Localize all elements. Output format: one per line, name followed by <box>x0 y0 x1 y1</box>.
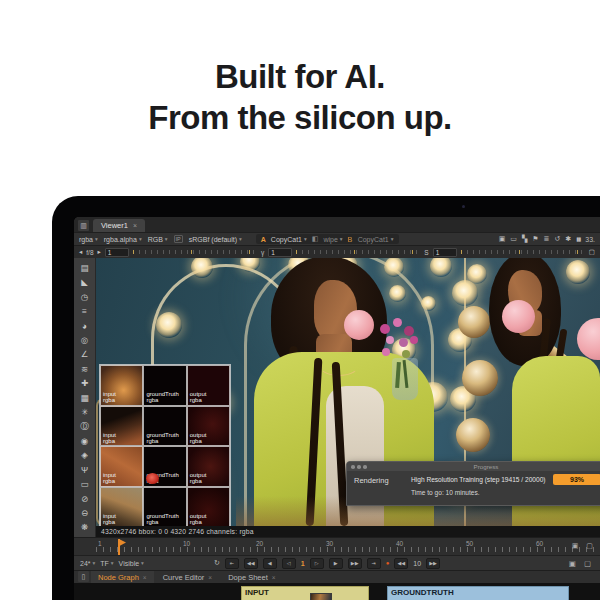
bottom-tab-strip: ▯ Node Graph× Curve Editor× Dope Sheet× <box>74 570 600 583</box>
refresh-icon[interactable]: ↺ <box>554 235 560 243</box>
gamma-value[interactable]: 1 <box>268 248 292 257</box>
tab-dope-sheet[interactable]: Dope Sheet× <box>221 571 282 583</box>
ab-compare-group: A CopyCat1▾ ◧ wipe▾ B CopyCat1▾ <box>256 234 399 244</box>
gain-right-arrow-icon[interactable]: ▸ <box>98 248 101 256</box>
progress-task: Rendering <box>354 476 389 485</box>
tab-viewer1-label: Viewer1 <box>101 221 128 230</box>
progress-titlebar[interactable]: Progress <box>347 462 600 471</box>
timeline[interactable]: 1 10 20 30 40 50 60 ▣ ▢ <box>74 537 600 555</box>
tab-node-graph[interactable]: Node Graph× <box>91 571 154 583</box>
transport-right-icons[interactable]: ▣ ▢ <box>569 559 594 568</box>
tab-curve-editor[interactable]: Curve Editor× <box>156 571 219 583</box>
time-icon[interactable]: ◷ <box>81 290 88 304</box>
display-mode-dropdown[interactable]: RGB▾ <box>148 236 168 243</box>
frame-increment[interactable]: 10 <box>413 560 421 567</box>
views-icon[interactable]: ◉ <box>81 434 88 448</box>
transform-icon[interactable]: ✚ <box>81 376 88 390</box>
colorspace-dropdown[interactable]: sRGBf (default)▾ <box>189 236 242 243</box>
input-a-dropdown[interactable]: CopyCat1▾ <box>271 236 307 243</box>
draw-icon[interactable]: ◣ <box>81 275 88 289</box>
channels-dropdown[interactable]: rgba▾ <box>79 236 98 243</box>
progress-dialog: Progress Rendering High Resolution Train… <box>346 461 600 506</box>
node-input-thumbnail <box>310 593 332 600</box>
gain-slider[interactable] <box>133 249 257 256</box>
play-forward-button[interactable]: ▶ <box>329 558 343 569</box>
current-frame[interactable]: 1 <box>301 560 305 567</box>
training-contact-sheet: inputrgba groundTruthrgba outputrgba inp… <box>99 364 231 526</box>
chevron-down-icon: ▾ <box>165 236 168 242</box>
filter-icon[interactable]: ◎ <box>81 333 88 347</box>
visibility-dropdown[interactable]: Visible▾ <box>119 560 144 567</box>
sat-value[interactable]: 1 <box>433 248 457 257</box>
toolsets-icon[interactable]: Ψ <box>81 463 88 477</box>
node-input-backdrop[interactable]: INPUT <box>241 586 369 600</box>
wipe-dropdown[interactable]: wipe▾ <box>323 236 342 243</box>
proxy-icon[interactable]: ▣ <box>499 235 506 243</box>
loop-icon[interactable]: ↻ <box>214 559 220 567</box>
close-icon[interactable]: × <box>272 574 276 581</box>
gamma-slider[interactable] <box>296 249 420 256</box>
threed-icon[interactable]: ▦ <box>80 391 88 405</box>
prev-keyframe-button[interactable]: ◀◀ <box>244 558 258 569</box>
close-icon[interactable]: × <box>208 574 212 581</box>
sat-slider[interactable] <box>461 249 585 256</box>
wipe-mode-icon[interactable]: ◧ <box>312 235 319 243</box>
timeline-tick: 60 <box>536 540 543 547</box>
window-controls[interactable] <box>351 465 367 469</box>
tf-dropdown[interactable]: TF▾ <box>100 560 113 567</box>
play-backward-button[interactable]: ◀ <box>263 558 277 569</box>
particles-icon[interactable]: ✳ <box>81 405 88 419</box>
chevron-down-icon: ▾ <box>93 560 96 566</box>
goto-start-button[interactable]: ⇤ <box>225 558 239 569</box>
input-process-toggle[interactable]: IP <box>174 235 183 243</box>
inc-next-button[interactable]: ▶▶ <box>426 558 440 569</box>
viewer-canvas[interactable]: inputrgba groundTruthrgba outputrgba inp… <box>96 258 600 526</box>
gain-gamma-row: ◂ f/8 ▸ 1 γ 1 S 1 ▢ <box>74 245 600 258</box>
layer-dropdown[interactable]: rgba.alpha▾ <box>104 236 142 243</box>
timeline-view-icons[interactable]: ▣ ▢ <box>572 542 596 550</box>
air-icon[interactable]: ⊖ <box>81 506 88 520</box>
next-keyframe-button[interactable]: ▶▶ <box>348 558 362 569</box>
input-b-dropdown[interactable]: CopyCat1▾ <box>358 236 394 243</box>
transport-bar: 24*▾ TF▾ Visible▾ ↻ ⇤ ◀◀ ◀ ◁ 1 ▷ ▶ ▶▶ ⇥ … <box>74 555 600 570</box>
record-icon[interactable]: ● <box>386 560 390 566</box>
gain-value[interactable]: 1 <box>105 248 129 257</box>
image-icon[interactable]: ▤ <box>80 261 88 275</box>
ocio-icon[interactable]: ⊘ <box>81 492 88 506</box>
close-icon[interactable]: × <box>133 222 137 229</box>
headline-line1: Built for AI. <box>215 58 385 95</box>
step-forward-button[interactable]: ▷ <box>310 558 324 569</box>
deep-icon[interactable]: Ⓓ <box>80 419 89 433</box>
pane-menu-icon[interactable]: ▥ <box>78 220 89 231</box>
pane-menu-icon[interactable]: ▯ <box>78 571 89 582</box>
timeline-tick: 30 <box>326 540 333 547</box>
checker-wipe-icon[interactable]: ▚ <box>522 235 527 243</box>
sheet-cell-groundtruth: groundTruthrgba <box>143 446 186 487</box>
fps-dropdown[interactable]: 24*▾ <box>80 560 95 567</box>
step-back-button[interactable]: ◁ <box>282 558 296 569</box>
sparkles-icon[interactable]: ❋ <box>81 520 88 534</box>
metadata-icon[interactable]: ◈ <box>81 448 88 462</box>
node-graph-panel[interactable]: INPUT GROUNDTRUTH <box>74 583 600 600</box>
gain-left-arrow-icon[interactable]: ◂ <box>79 248 82 256</box>
other-icon[interactable]: ▭ <box>80 477 88 491</box>
chevron-down-icon: ▾ <box>111 560 114 566</box>
timeline-ruler[interactable] <box>96 547 600 552</box>
flag-icon[interactable]: ⚑ <box>532 235 538 243</box>
goto-end-button[interactable]: ⇥ <box>367 558 381 569</box>
merge-icon[interactable]: ≋ <box>81 362 88 376</box>
node-groundtruth-backdrop[interactable]: GROUNDTRUTH <box>387 586 569 600</box>
inc-prev-button[interactable]: ◀◀ <box>394 558 408 569</box>
tab-viewer1[interactable]: Viewer1 × <box>93 219 145 232</box>
pause-icon[interactable]: ▮▮ <box>576 236 580 242</box>
channel-icon[interactable]: ≡ <box>82 304 87 318</box>
frame-viewer-icon[interactable]: ▢ <box>589 248 595 256</box>
stereo-lines-icon[interactable]: ≣ <box>544 235 550 243</box>
playhead[interactable] <box>118 539 120 555</box>
close-icon[interactable]: × <box>143 574 147 581</box>
keyer-icon[interactable]: ∠ <box>81 347 89 361</box>
gear-icon[interactable]: ✱ <box>565 235 571 243</box>
color-icon[interactable]: ◕ <box>82 319 87 333</box>
roi-icon[interactable]: ▭ <box>510 235 517 243</box>
sheet-cell-groundtruth: groundTruthrgba <box>143 487 186 527</box>
